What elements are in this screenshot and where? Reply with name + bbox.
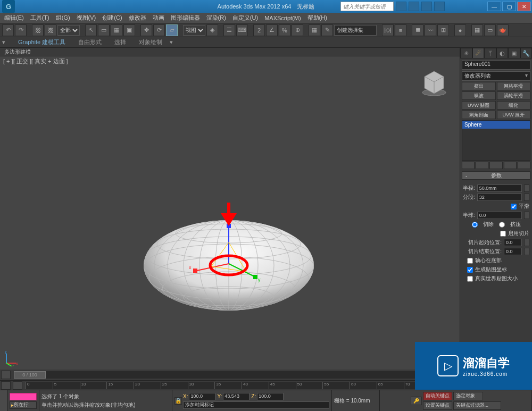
time-tag-pink[interactable] bbox=[10, 393, 37, 400]
mod-bevelprofile-button[interactable]: 剩角剖面 bbox=[462, 111, 496, 119]
scale-icon[interactable]: ▱ bbox=[166, 24, 178, 36]
slice-to-input[interactable]: 0.0 bbox=[504, 248, 522, 255]
move-icon[interactable]: ✥ bbox=[140, 24, 152, 36]
viewport-label[interactable]: [ + ][ 正交 ][ 真实 + 边面 ] bbox=[3, 57, 68, 65]
viewcube-icon[interactable] bbox=[419, 67, 449, 97]
align-icon[interactable]: ≡ bbox=[395, 24, 406, 36]
percent-snap-icon[interactable]: % bbox=[279, 24, 290, 36]
tab-freeform[interactable]: 自由形式 bbox=[73, 37, 107, 47]
mini-curve-editor-icon[interactable] bbox=[1, 381, 11, 390]
mod-meshsmooth-button[interactable]: 网格平滑 bbox=[497, 82, 531, 90]
slice-on-checkbox[interactable] bbox=[500, 231, 506, 237]
modifier-list-dropdown[interactable]: 修改器列表 bbox=[462, 71, 530, 81]
link-icon[interactable]: ⛓ bbox=[32, 24, 44, 36]
show-end-result-icon[interactable] bbox=[476, 162, 488, 169]
help-orb-icon[interactable] bbox=[409, 2, 419, 11]
mod-turbosmooth-button[interactable]: 涡轮平滑 bbox=[497, 91, 531, 100]
menu-maxscript[interactable]: MAXScript(M) bbox=[264, 15, 301, 21]
tab-modify-icon[interactable]: ☄ bbox=[472, 48, 485, 58]
key-icon[interactable]: 🔑 bbox=[411, 397, 422, 405]
manipulate-icon[interactable]: ☰ bbox=[223, 24, 235, 36]
slice-to-spinner[interactable] bbox=[524, 248, 529, 255]
tab-display-icon[interactable]: ▣ bbox=[508, 48, 520, 58]
setkey-button[interactable]: 设置关键点 bbox=[423, 401, 452, 410]
track-filter-icon[interactable] bbox=[13, 381, 22, 390]
search-icon[interactable] bbox=[396, 2, 406, 11]
named-sel-icon[interactable]: ▦ bbox=[309, 24, 320, 36]
key-filter-button[interactable]: 关键点过滤器... bbox=[453, 401, 501, 410]
modifier-stack[interactable]: Sphere bbox=[462, 120, 530, 161]
app-logo-icon[interactable]: G bbox=[2, 0, 15, 13]
render-icon[interactable]: 🫖 bbox=[497, 24, 509, 36]
hemisphere-spinner[interactable] bbox=[524, 212, 529, 219]
base-pivot-checkbox[interactable] bbox=[467, 258, 473, 264]
tab-motion-icon[interactable]: ◐ bbox=[496, 48, 509, 58]
ribbon-expand-icon[interactable]: ▾ bbox=[2, 39, 11, 46]
redo-icon[interactable]: ↷ bbox=[15, 24, 27, 36]
tab-graphite[interactable]: Graphite 建模工具 bbox=[13, 37, 71, 47]
time-slider[interactable]: 0 / 100 bbox=[0, 370, 460, 380]
hemisphere-input[interactable]: 0.0 bbox=[477, 212, 522, 219]
radius-spinner[interactable] bbox=[524, 184, 529, 192]
menu-group[interactable]: 组(G) bbox=[56, 14, 70, 22]
ribbon-minimize-icon[interactable]: ▾ bbox=[170, 39, 178, 46]
menu-tools[interactable]: 工具(T) bbox=[30, 14, 49, 22]
rendered-frame-icon[interactable]: ▭ bbox=[484, 24, 496, 36]
star-icon[interactable] bbox=[421, 2, 432, 11]
window-crossing-icon[interactable]: ▣ bbox=[123, 24, 135, 36]
menu-modifiers[interactable]: 修改器 bbox=[129, 14, 146, 22]
pivot-icon[interactable]: ◈ bbox=[206, 24, 218, 36]
named-selection-set[interactable]: 创建选择集 bbox=[334, 25, 377, 36]
menu-edit[interactable]: 编辑(E) bbox=[4, 14, 24, 22]
select-region-icon[interactable]: ▦ bbox=[111, 24, 122, 36]
coord-y-input[interactable]: 43.543 bbox=[223, 393, 250, 400]
keyboard-shortcut-icon[interactable]: ⌨ bbox=[236, 24, 248, 36]
ref-coord-system[interactable]: 视图 bbox=[183, 25, 205, 36]
menu-graph[interactable]: 图形编辑器 bbox=[171, 14, 200, 22]
favorites-icon[interactable] bbox=[434, 2, 445, 11]
slice-from-spinner[interactable] bbox=[524, 239, 529, 246]
tab-utilities-icon[interactable]: 🔧 bbox=[520, 48, 533, 58]
minimize-button[interactable]: — bbox=[487, 2, 501, 11]
real-uv-checkbox[interactable] bbox=[467, 276, 473, 282]
smooth-checkbox[interactable] bbox=[511, 204, 517, 209]
angle-snap-icon[interactable]: ∠ bbox=[266, 24, 278, 36]
radius-input[interactable]: 50.0mm bbox=[477, 184, 522, 192]
menu-render[interactable]: 渲染(R) bbox=[206, 14, 226, 22]
coord-z-input[interactable]: 100.0 bbox=[257, 393, 284, 400]
select-name-icon[interactable]: ▭ bbox=[98, 24, 110, 36]
mod-extrude-button[interactable]: 挤出 bbox=[462, 82, 496, 90]
pin-stack-icon[interactable] bbox=[462, 162, 475, 169]
schematic-icon[interactable]: ⊞ bbox=[437, 24, 449, 36]
make-unique-icon[interactable] bbox=[489, 162, 502, 169]
undo-icon[interactable]: ↶ bbox=[2, 24, 14, 36]
menu-customize[interactable]: 自定义(U) bbox=[232, 14, 258, 22]
mod-noise-button[interactable]: 噪波 bbox=[462, 91, 496, 100]
snap-toggle-icon[interactable]: 2 bbox=[253, 24, 265, 36]
segments-input[interactable]: 32 bbox=[477, 194, 522, 201]
maxscript-mini-icon[interactable] bbox=[0, 390, 7, 411]
menu-views[interactable]: 视图(V) bbox=[77, 14, 96, 22]
material-icon[interactable]: ● bbox=[454, 24, 466, 36]
curve-editor-icon[interactable]: 〰 bbox=[425, 24, 436, 36]
menu-help[interactable]: 帮助(H) bbox=[307, 14, 327, 22]
select-icon[interactable]: ↖ bbox=[85, 24, 97, 36]
key-target-dropdown[interactable]: 选定对象 bbox=[453, 392, 483, 400]
object-name-input[interactable]: Sphere001 bbox=[462, 60, 530, 70]
layer-icon[interactable]: ≣ bbox=[412, 24, 423, 36]
configure-sets-icon[interactable] bbox=[518, 162, 530, 169]
stack-item-sphere[interactable]: Sphere bbox=[462, 121, 530, 129]
viewport[interactable]: [ + ][ 正交 ][ 真实 + 边面 ] bbox=[0, 56, 460, 370]
lock-selection-icon[interactable]: 🔒 bbox=[174, 397, 182, 405]
mirror-icon[interactable]: |◇| bbox=[382, 24, 394, 36]
menu-animation[interactable]: 动画 bbox=[153, 14, 164, 22]
track-bar[interactable]: 05101520253035404550556065707580 bbox=[0, 380, 460, 390]
tab-selection[interactable]: 选择 bbox=[109, 37, 131, 47]
mod-tessellate-button[interactable]: 细化 bbox=[497, 101, 531, 110]
menu-create[interactable]: 创建(C) bbox=[102, 14, 122, 22]
quick-search-input[interactable] bbox=[340, 2, 394, 11]
tab-hierarchy-icon[interactable]: ᛘ bbox=[484, 48, 496, 58]
rotate-icon[interactable]: ⟳ bbox=[153, 24, 165, 36]
spinner-snap-icon[interactable]: ⊕ bbox=[292, 24, 303, 36]
scene-object-sphere[interactable]: x y bbox=[130, 203, 327, 320]
